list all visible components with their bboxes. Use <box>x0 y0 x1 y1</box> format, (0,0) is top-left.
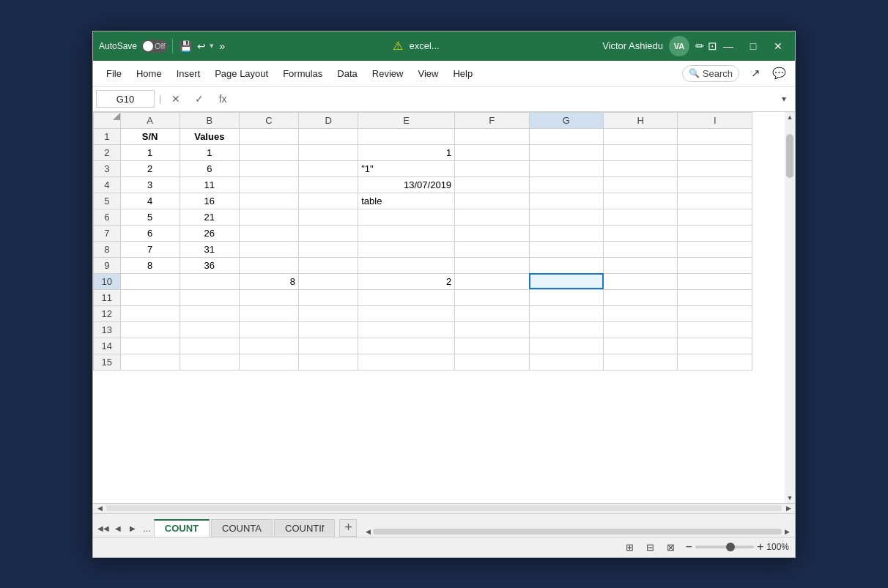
search-box[interactable]: 🔍 Search <box>682 65 739 82</box>
cell-a13[interactable] <box>120 321 180 338</box>
row-header-2[interactable]: 2 <box>94 144 121 160</box>
cell-d4[interactable] <box>299 176 358 193</box>
cell-a12[interactable] <box>120 305 180 321</box>
cell-a14[interactable] <box>120 338 180 354</box>
cell-f7[interactable] <box>455 225 529 241</box>
cell-h15[interactable] <box>604 354 678 370</box>
hscroll-right[interactable]: ▶ <box>782 526 792 537</box>
close-button[interactable]: ✕ <box>767 35 789 57</box>
cell-i7[interactable] <box>678 225 752 241</box>
cell-d3[interactable] <box>299 160 358 176</box>
cell-b1[interactable]: Values <box>180 128 239 144</box>
cell-e3[interactable]: "1" <box>358 160 455 176</box>
cell-g6[interactable] <box>529 209 603 225</box>
sheet-tab-counta[interactable]: COUNTA <box>211 519 273 537</box>
cell-c1[interactable] <box>239 128 298 144</box>
cell-b4[interactable]: 11 <box>180 176 239 193</box>
cell-i1[interactable] <box>678 128 752 144</box>
menu-formulas[interactable]: Formulas <box>275 65 330 82</box>
cell-h14[interactable] <box>604 338 678 354</box>
cell-f9[interactable] <box>455 257 529 273</box>
scroll-down-arrow[interactable]: ▼ <box>785 493 795 503</box>
redo-icon[interactable]: » <box>214 38 230 54</box>
cell-a5[interactable]: 4 <box>120 193 180 209</box>
row-header-4[interactable]: 4 <box>94 176 121 193</box>
cell-i3[interactable] <box>678 160 752 176</box>
cell-a3[interactable]: 2 <box>120 160 180 176</box>
cell-h4[interactable] <box>604 176 678 193</box>
cell-e6[interactable] <box>358 209 455 225</box>
cell-a2[interactable]: 1 <box>120 144 180 160</box>
zoom-out-button[interactable]: − <box>686 540 692 554</box>
cell-c7[interactable] <box>239 225 298 241</box>
cell-h8[interactable] <box>604 241 678 257</box>
cell-c6[interactable] <box>239 209 298 225</box>
cell-e4[interactable]: 13/07/2019 <box>358 176 455 193</box>
cell-a10[interactable] <box>120 273 180 289</box>
row-header-3[interactable]: 3 <box>94 160 121 176</box>
cell-h13[interactable] <box>604 321 678 338</box>
cell-g3[interactable] <box>529 160 603 176</box>
cell-a8[interactable]: 7 <box>120 241 180 257</box>
cell-f13[interactable] <box>455 321 529 338</box>
add-sheet-button[interactable]: + <box>339 519 357 537</box>
cell-c9[interactable] <box>239 257 298 273</box>
cell-c14[interactable] <box>239 338 298 354</box>
cell-d5[interactable] <box>299 193 358 209</box>
cell-b8[interactable]: 31 <box>180 241 239 257</box>
cell-c12[interactable] <box>239 305 298 321</box>
sheet-nav-next[interactable]: ▶ <box>125 521 140 537</box>
cell-a9[interactable]: 8 <box>120 257 180 273</box>
menu-data[interactable]: Data <box>330 65 364 82</box>
maximize-button[interactable]: □ <box>742 35 764 57</box>
cell-h6[interactable] <box>604 209 678 225</box>
scroll-right-button[interactable]: ▶ <box>783 503 793 513</box>
cell-i15[interactable] <box>678 354 752 370</box>
cell-g10[interactable] <box>529 273 603 289</box>
cell-c5[interactable] <box>239 193 298 209</box>
cell-b2[interactable]: 1 <box>180 144 239 160</box>
cell-i2[interactable] <box>678 144 752 160</box>
cell-f2[interactable] <box>455 144 529 160</box>
cell-d7[interactable] <box>299 225 358 241</box>
cell-f12[interactable] <box>455 305 529 321</box>
cell-h3[interactable] <box>604 160 678 176</box>
cell-c2[interactable] <box>239 144 298 160</box>
cell-g1[interactable] <box>529 128 603 144</box>
row-header-7[interactable]: 7 <box>94 225 121 241</box>
zoom-in-button[interactable]: + <box>757 540 763 554</box>
cell-e8[interactable] <box>358 241 455 257</box>
col-header-e[interactable]: E <box>358 112 455 128</box>
menu-review[interactable]: Review <box>365 65 411 82</box>
row-header-13[interactable]: 13 <box>94 321 121 338</box>
autosave-toggle[interactable]: Off <box>141 40 168 53</box>
menu-help[interactable]: Help <box>445 65 480 82</box>
cell-h2[interactable] <box>604 144 678 160</box>
col-header-c[interactable]: C <box>239 112 298 128</box>
sheet-nav-prev[interactable]: ◀ <box>111 521 125 537</box>
menu-page-layout[interactable]: Page Layout <box>207 65 275 82</box>
cell-h9[interactable] <box>604 257 678 273</box>
horizontal-scroll-track[interactable] <box>106 505 782 511</box>
cell-f3[interactable] <box>455 160 529 176</box>
cell-b14[interactable] <box>180 338 239 354</box>
cell-g2[interactable] <box>529 144 603 160</box>
row-header-1[interactable]: 1 <box>94 128 121 144</box>
cell-i13[interactable] <box>678 321 752 338</box>
cell-g7[interactable] <box>529 225 603 241</box>
menu-home[interactable]: Home <box>129 65 169 82</box>
page-layout-view-button[interactable]: ⊟ <box>642 540 659 554</box>
col-header-h[interactable]: H <box>604 112 678 128</box>
cell-i9[interactable] <box>678 257 752 273</box>
cell-f14[interactable] <box>455 338 529 354</box>
cell-d2[interactable] <box>299 144 358 160</box>
cell-a7[interactable]: 6 <box>120 225 180 241</box>
cell-h5[interactable] <box>604 193 678 209</box>
cell-a4[interactable]: 3 <box>120 176 180 193</box>
cell-h11[interactable] <box>604 289 678 305</box>
cell-f11[interactable] <box>455 289 529 305</box>
cell-g15[interactable] <box>529 354 603 370</box>
cell-b9[interactable]: 36 <box>180 257 239 273</box>
avatar[interactable]: VA <box>669 36 689 56</box>
cell-b5[interactable]: 16 <box>180 193 239 209</box>
